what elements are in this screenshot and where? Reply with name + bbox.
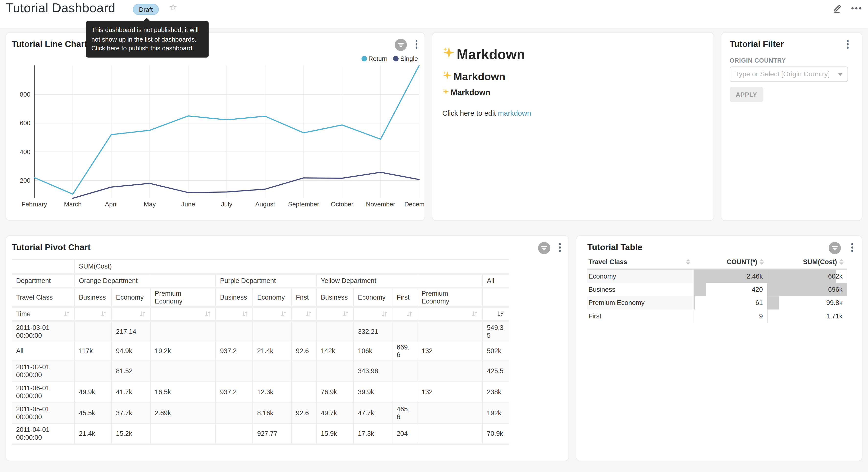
pivot-value-cell	[150, 321, 215, 342]
pivot-sort-cell[interactable]	[417, 307, 482, 321]
count-cell: 420	[694, 283, 767, 296]
pivot-sort-cell[interactable]	[74, 307, 111, 321]
line-chart-canvas: 200400600800FebruaryMarchAprilMayJuneJul…	[16, 61, 424, 221]
filter-title: Tutorial Filter	[730, 39, 784, 50]
table-title: Tutorial Table	[587, 243, 642, 253]
pivot-value-cell	[215, 423, 253, 444]
sum-cost-cell: 602k	[767, 269, 847, 283]
filter-card: Tutorial Filter ORIGIN COUNTRY Type or S…	[721, 32, 863, 221]
pivot-metric-header: SUM(Cost)	[74, 260, 508, 274]
travel-class-cell: Premium Economy	[587, 296, 694, 309]
sort-icon[interactable]	[406, 311, 412, 317]
pivot-value-cell: 41.7k	[111, 381, 150, 402]
sort-icon[interactable]	[381, 311, 387, 317]
chart-title: Tutorial Line Chart	[12, 39, 87, 50]
pivot-value-cell: 49.7k	[316, 402, 353, 423]
pivot-row: 2011-02-01 00:00:0081.52343.98425.5	[12, 360, 509, 381]
pivot-sort-cell[interactable]	[111, 307, 150, 321]
sort-icon[interactable]	[342, 311, 348, 317]
filter-indicator-icon[interactable]	[538, 242, 550, 256]
pivot-value-cell: 39.9k	[353, 381, 392, 402]
pivot-value-cell: 238k	[482, 381, 509, 402]
kebab-menu-icon[interactable]	[415, 40, 417, 49]
column-header-travel-class[interactable]: Travel Class	[587, 255, 694, 269]
pivot-row-label: 2011-03-01 00:00:00	[12, 321, 74, 342]
pivot-value-cell: 204	[392, 423, 417, 444]
svg-text:600: 600	[20, 119, 30, 127]
svg-text:April: April	[105, 201, 118, 208]
sort-desc-icon[interactable]	[497, 311, 504, 317]
pivot-group-header: Yellow Department	[316, 274, 482, 288]
pivot-sort-cell[interactable]	[392, 307, 417, 321]
pivot-value-cell: 132	[417, 381, 482, 402]
sort-icon[interactable]	[242, 311, 248, 317]
sort-icon[interactable]	[100, 311, 106, 317]
svg-text:September: September	[288, 201, 319, 208]
pivot-value-cell: 669.6	[392, 342, 417, 360]
pivot-column-header	[482, 288, 509, 307]
travel-class-cell: First	[587, 309, 694, 323]
pivot-sort-cell[interactable]	[316, 307, 353, 321]
pivot-column-header: Economy	[252, 288, 291, 307]
pivot-value-cell: 142k	[316, 342, 353, 360]
page-title: Tutorial Dashboard	[6, 0, 115, 16]
pivot-sort-cell[interactable]	[353, 307, 392, 321]
pivot-sort-cell[interactable]	[215, 307, 253, 321]
pivot-value-cell	[417, 423, 482, 444]
sparkles-icon	[442, 88, 450, 97]
favorite-star-icon[interactable]: ☆	[169, 2, 178, 13]
pivot-title: Tutorial Pivot Chart	[12, 243, 91, 253]
sum-cost-cell: 99.8k	[767, 296, 847, 309]
publish-tooltip: This dashboard is not published, it will…	[86, 21, 209, 57]
table-row: First91.71k	[587, 309, 847, 323]
apply-button[interactable]: APPLY	[730, 87, 763, 102]
pivot-dimension-label: Department	[12, 274, 74, 288]
svg-text:800: 800	[20, 91, 30, 98]
sort-icon[interactable]	[205, 311, 211, 317]
pivot-value-cell: 21.4k	[74, 423, 111, 444]
sort-icon[interactable]	[139, 311, 145, 317]
table-row: Economy2.46k602k	[587, 269, 847, 283]
pivot-row: 2011-03-01 00:00:00217.14332.21549.35	[12, 321, 509, 342]
sort-icon[interactable]	[471, 311, 477, 317]
pivot-value-cell: 2.69k	[150, 402, 215, 423]
svg-text:July: July	[221, 201, 232, 208]
pivot-row-label: 2011-05-01 00:00:00	[12, 402, 74, 423]
filter-indicator-icon[interactable]	[395, 39, 407, 53]
pivot-corner-cell	[12, 260, 74, 274]
svg-text:200: 200	[20, 177, 30, 184]
sum-cost-cell: 1.71k	[767, 309, 847, 323]
sort-icon[interactable]	[280, 311, 286, 317]
origin-country-select[interactable]: Type or Select [Origin Country]	[730, 66, 848, 82]
pivot-sort-cell[interactable]	[252, 307, 291, 321]
svg-text:March: March	[64, 201, 82, 208]
markdown-link[interactable]: markdown	[498, 109, 531, 117]
dashboard-header: Tutorial Dashboard Draft ☆ This dashboar…	[0, 0, 868, 28]
sort-icon[interactable]	[63, 311, 69, 317]
pivot-value-cell: 92.6	[291, 342, 316, 360]
pivot-sort-cell[interactable]	[150, 307, 215, 321]
pivot-row-label: 2011-04-01 00:00:00	[12, 423, 74, 444]
pivot-sort-cell[interactable]	[482, 307, 509, 321]
kebab-menu-icon[interactable]	[559, 243, 561, 252]
pivot-value-cell	[74, 321, 111, 342]
draft-badge[interactable]: Draft	[133, 4, 159, 15]
pivot-value-cell: 343.98	[353, 360, 392, 381]
edit-dashboard-icon[interactable]	[833, 3, 843, 13]
pivot-value-cell: 549.35	[482, 321, 509, 342]
kebab-menu-icon[interactable]	[847, 40, 849, 49]
pivot-value-cell: 94.9k	[111, 342, 150, 360]
column-header-count-[interactable]: COUNT(*)	[694, 255, 767, 269]
column-header-sum-cost-[interactable]: SUM(Cost)	[767, 255, 847, 269]
pivot-value-cell	[215, 321, 253, 342]
table-row: Business420696k	[587, 283, 847, 296]
filter-indicator-icon[interactable]	[829, 242, 841, 256]
line-chart-svg: 200400600800FebruaryMarchAprilMayJuneJul…	[16, 61, 424, 221]
sort-icon[interactable]	[305, 311, 311, 317]
pivot-sort-cell[interactable]	[291, 307, 316, 321]
more-menu-icon[interactable]	[851, 3, 861, 13]
pivot-value-cell	[252, 360, 291, 381]
kebab-menu-icon[interactable]	[851, 243, 853, 252]
pivot-sort-cell[interactable]: Time	[12, 307, 74, 321]
svg-text:December: December	[404, 201, 424, 208]
